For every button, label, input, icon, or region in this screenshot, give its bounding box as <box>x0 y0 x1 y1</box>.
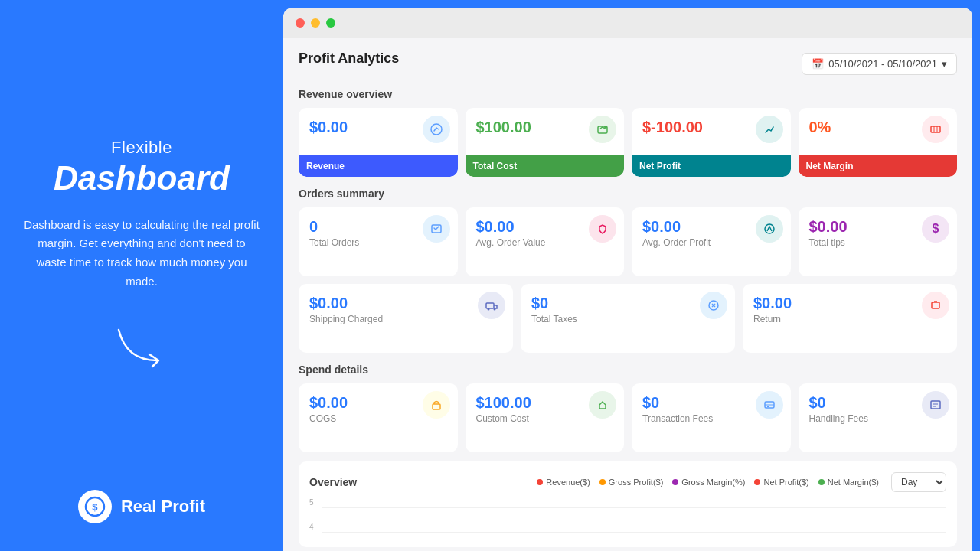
legend-net-margin: Net Margin($) <box>818 478 879 487</box>
custom-cost-card: $100.00 Custom Cost <box>466 383 625 452</box>
close-dot[interactable] <box>296 18 305 28</box>
minimize-dot[interactable] <box>311 18 320 28</box>
chart-legend: Revenue($) Gross Profit($) Gross Margin(… <box>537 478 879 487</box>
total-orders-icon <box>423 215 450 243</box>
total-orders-label: Total Orders <box>309 237 447 254</box>
brand-name: Real Profit <box>121 497 205 517</box>
revenue-overview-cards: $0.00 Revenue $100.00 Total Cost $-100.0… <box>299 108 957 177</box>
chart-area: 5 4 <box>309 498 946 536</box>
transaction-fees-icon <box>756 391 783 419</box>
orders-row2: $0.00 Shipping Charged $0 Total Taxes $0… <box>299 284 957 353</box>
maximize-dot[interactable] <box>326 18 335 28</box>
total-tips-label: Total tips <box>809 237 947 254</box>
total-taxes-label: Total Taxes <box>531 314 724 331</box>
date-picker-button[interactable]: 📅 05/10/2021 - 05/10/2021 ▾ <box>802 53 957 75</box>
svg-rect-18 <box>767 406 769 408</box>
handling-fees-card: $0 Handling Fees <box>799 383 958 452</box>
revenue-icon <box>423 116 450 143</box>
legend-dot-gross-profit <box>599 479 606 485</box>
day-select[interactable]: Day Week Month <box>891 472 946 492</box>
title: Dashboard <box>54 159 230 197</box>
legend-dot-revenue <box>537 479 543 485</box>
legend-gross-profit: Gross Profit($) <box>599 478 664 487</box>
calendar-icon: 📅 <box>812 58 824 70</box>
svg-text:$: $ <box>92 501 98 513</box>
cogs-icon <box>423 391 450 419</box>
legend-dot-net-margin <box>818 479 825 485</box>
return-label: Return <box>753 314 946 331</box>
custom-cost-icon <box>589 391 616 419</box>
page-title: Profit Analytics <box>299 51 399 67</box>
chart-header: Overview Revenue($) Gross Profit($) <box>309 472 946 492</box>
total-cost-card: $100.00 Total Cost <box>466 108 625 177</box>
shipping-charged-card: $0.00 Shipping Charged <box>299 284 513 353</box>
chevron-down-icon: ▾ <box>942 58 947 70</box>
cogs-label: COGS <box>309 413 447 430</box>
net-margin-card: 0% Net Margin <box>799 108 958 177</box>
total-taxes-value: $0 <box>531 295 724 312</box>
shipping-charged-label: Shipping Charged <box>309 314 502 331</box>
net-profit-bar: Net Profit <box>632 155 791 177</box>
date-range: 05/10/2021 - 05/10/2021 <box>828 58 937 70</box>
avg-order-value-label: Avg. Order Value <box>476 237 614 254</box>
net-margin-bar: Net Margin <box>799 155 958 177</box>
arrow-icon <box>111 322 172 368</box>
revenue-card: $0.00 Revenue <box>299 108 458 177</box>
shipping-charged-icon <box>478 292 505 319</box>
cogs-card: $0.00 COGS <box>299 383 458 452</box>
orders-summary-title: Orders summary <box>299 187 957 200</box>
spend-details-title: Spend details <box>299 364 957 376</box>
brand: $ Real Profit <box>78 490 205 523</box>
return-value: $0.00 <box>753 295 946 312</box>
total-taxes-card: $0 Total Taxes <box>521 284 735 353</box>
legend-net-profit: Net Profit($) <box>754 478 808 487</box>
spend-details-cards: $0.00 COGS $100.00 Custom Cost $0 Transa… <box>299 383 957 452</box>
left-panel: Flexible Dashboard Dashboard is easy to … <box>0 0 283 551</box>
avg-order-profit-label: Avg. Order Profit <box>642 237 780 254</box>
revenue-overview-title: Revenue overview <box>299 88 957 100</box>
description: Dashboard is easy to calculating the rea… <box>23 216 260 292</box>
net-profit-icon <box>756 116 783 143</box>
main-content: Profit Analytics 📅 05/10/2021 - 05/10/20… <box>283 38 972 551</box>
chart-section: Overview Revenue($) Gross Profit($) <box>299 461 957 547</box>
avg-order-profit-icon <box>756 215 783 243</box>
svg-rect-5 <box>931 126 940 132</box>
total-orders-card: 0 Total Orders <box>299 207 458 276</box>
transaction-fees-card: $0 Transaction Fees <box>632 383 791 452</box>
chart-title: Overview <box>309 476 357 488</box>
return-card: $0.00 Return <box>743 284 957 353</box>
svg-point-4 <box>604 126 607 129</box>
legend-revenue: Revenue($) <box>537 478 590 487</box>
revenue-bar: Revenue <box>299 155 458 177</box>
custom-cost-label: Custom Cost <box>476 413 614 430</box>
avg-order-profit-card: $0.00 Avg. Order Profit <box>632 207 791 276</box>
subtitle: Flexible <box>111 138 172 158</box>
legend-dot-net-profit <box>754 479 760 485</box>
arrow-container <box>23 322 260 368</box>
right-panel: Profit Analytics 📅 05/10/2021 - 05/10/20… <box>283 8 972 551</box>
svg-rect-15 <box>433 404 440 409</box>
orders-row1: 0 Total Orders $0.00 Avg. Order Value $0… <box>299 207 957 276</box>
avg-order-value-icon <box>589 215 616 243</box>
legend-gross-margin: Gross Margin(%) <box>672 478 745 487</box>
svg-rect-14 <box>932 302 939 308</box>
net-margin-icon <box>922 116 949 143</box>
total-cost-bar: Total Cost <box>466 155 625 177</box>
total-cost-icon <box>589 116 616 143</box>
window-chrome <box>283 8 972 38</box>
legend-dot-gross-margin <box>672 479 678 485</box>
net-profit-card: $-100.00 Net Profit <box>632 108 791 177</box>
svg-rect-10 <box>486 303 494 308</box>
svg-point-12 <box>494 308 496 311</box>
total-taxes-icon <box>700 292 727 319</box>
handling-fees-label: Handling Fees <box>809 413 947 430</box>
avg-order-value-card: $0.00 Avg. Order Value <box>466 207 625 276</box>
y-label-5: 5 <box>309 498 314 507</box>
y-label-4: 4 <box>309 523 314 531</box>
total-tips-card: $0.00 Total tips $ <box>799 207 958 276</box>
svg-rect-19 <box>931 401 940 409</box>
brand-icon: $ <box>78 490 112 523</box>
total-tips-icon: $ <box>922 215 949 243</box>
transaction-fees-label: Transaction Fees <box>642 413 780 430</box>
return-icon <box>922 292 949 319</box>
